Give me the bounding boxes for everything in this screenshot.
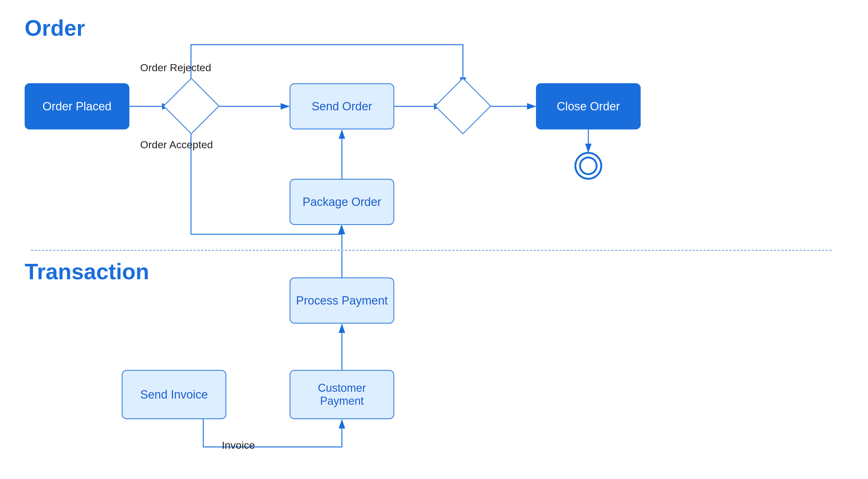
node-customer-payment: Customer Payment <box>289 370 394 419</box>
gateway-2 <box>443 86 483 126</box>
end-event-inner <box>579 157 597 175</box>
gateway-1 <box>171 86 211 126</box>
section-label-transaction: Transaction <box>25 259 149 284</box>
node-process-payment: Process Payment <box>289 277 394 324</box>
node-close-order: Close Order <box>536 83 641 129</box>
node-order-placed: Order Placed <box>25 83 129 129</box>
node-package-order: Package Order <box>289 179 394 225</box>
label-order-rejected: Order Rejected <box>140 62 211 74</box>
end-event <box>575 152 602 180</box>
section-label-order: Order <box>25 16 85 41</box>
node-send-order: Send Order <box>289 83 394 129</box>
swimlane-divider <box>31 250 832 251</box>
node-send-invoice: Send Invoice <box>122 370 226 419</box>
label-order-accepted: Order Accepted <box>140 139 213 151</box>
diagram-container: Order Transaction Order Placed Send Orde… <box>0 0 868 479</box>
label-invoice: Invoice <box>222 439 255 451</box>
